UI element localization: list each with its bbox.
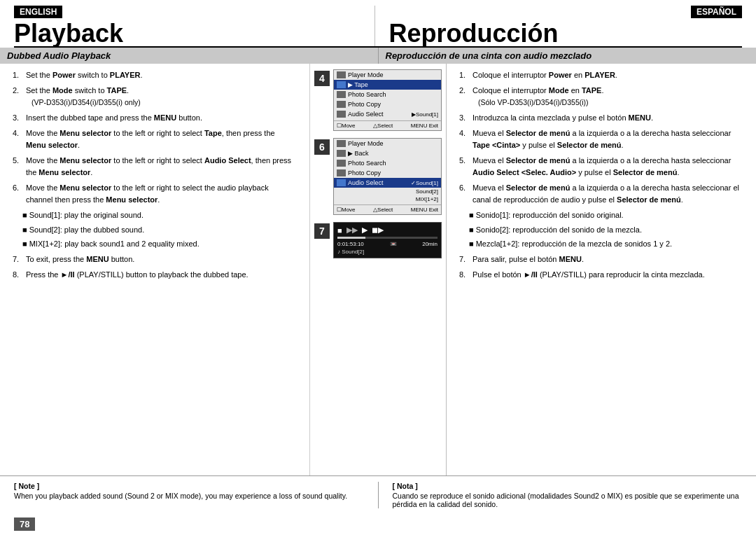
step-es-7-text: Para salir, pulse el botón MENU. bbox=[472, 253, 584, 265]
steps-english: 1. Set the Power switch to PLAYER. 2. Se… bbox=[13, 69, 297, 470]
espanol-badge: ESPAÑOL bbox=[691, 6, 742, 18]
diagram-4: 4 Player Mode ▶ Tape Photo Search bbox=[314, 69, 442, 131]
menu6-row-7: MIX[1+2] bbox=[334, 195, 441, 203]
step-en-7-text: To exit, press the MENU button. bbox=[26, 253, 134, 265]
cam-icon-4-1 bbox=[337, 71, 346, 78]
step-en-8: 8. Press the ►/II (PLAY/STILL) button to… bbox=[13, 269, 297, 281]
page-number: 78 bbox=[14, 517, 35, 531]
menu6-row-1: Player Mode bbox=[334, 139, 441, 148]
cam-icon-4-3 bbox=[337, 91, 346, 98]
footer: 78 bbox=[0, 514, 756, 535]
cam-icon-6-3 bbox=[337, 160, 346, 167]
left-column: 1. Set the Power switch to PLAYER. 2. Se… bbox=[0, 64, 310, 475]
cam-icon-6-2 bbox=[337, 150, 346, 157]
note-left-text: When you playback added sound (Sound 2 o… bbox=[14, 492, 364, 500]
header-right: ESPAÑOL Reproducción bbox=[375, 6, 743, 46]
pb-time: 0:01:53:10 bbox=[337, 241, 364, 247]
step-es-4-text: Mueva el Selector de menú a la izquierda… bbox=[472, 127, 743, 151]
badge-4: 4 bbox=[314, 71, 330, 86]
note-right: [ Nota ] Cuando se reproduce el sonido a… bbox=[379, 482, 743, 508]
playback-display: ■ ▶▶ ▶ ◼▶ 0:01:53:10 📼 20min ♪ Sound[2] bbox=[333, 222, 442, 258]
step-es-4: 4. Mueva el Selector de menú a la izquie… bbox=[459, 127, 743, 151]
note-left: [ Note ] When you playback added sound (… bbox=[14, 482, 379, 508]
step-en-7-num: 7. bbox=[13, 253, 24, 265]
step-es-7-num: 7. bbox=[459, 253, 470, 265]
step-en-6: 6. Move the Menu selector to the left or… bbox=[13, 182, 297, 206]
menu4-row-5: Audio Select ▶Sound[1] bbox=[334, 109, 441, 119]
step-es-3-num: 3. bbox=[459, 112, 470, 124]
pb-controls-row: ■ ▶▶ ▶ ◼▶ bbox=[337, 225, 438, 235]
menu4-row-2: ▶ Tape bbox=[334, 80, 441, 90]
badge-6: 6 bbox=[314, 139, 330, 155]
step-es-2-text: Coloque el interruptor Mode en TAPE. (Só… bbox=[472, 85, 604, 109]
step-es-2: 2. Coloque el interruptor Mode en TAPE. … bbox=[459, 85, 743, 109]
step-en-4: 4. Move the Menu selector to the left or… bbox=[13, 127, 297, 151]
section-title-left: Dubbed Audio Playback bbox=[0, 48, 378, 64]
content-area: 1. Set the Power switch to PLAYER. 2. Se… bbox=[0, 64, 756, 475]
cam-icon-6-1 bbox=[337, 140, 346, 147]
step-en-5-text: Move the Menu selector to the left or ri… bbox=[26, 155, 297, 179]
step-en-5: 5. Move the Menu selector to the left or… bbox=[13, 155, 297, 179]
note-section: [ Note ] When you playback added sound (… bbox=[0, 475, 756, 514]
pb-time-row: 0:01:53:10 📼 20min bbox=[337, 241, 438, 247]
right-column: 1. Coloque el interruptor Power en PLAYE… bbox=[447, 64, 756, 475]
step-en-2-num: 2. bbox=[13, 85, 24, 109]
page: ENGLISH Playback ESPAÑOL Reproducción Du… bbox=[0, 0, 756, 535]
pb-tape: 20min bbox=[422, 241, 438, 247]
section-bar-left: Dubbed Audio Playback bbox=[0, 48, 379, 64]
step-en-2-text: Set the Mode switch to TAPE. (VP-D353(i)… bbox=[26, 85, 141, 109]
step-en-8-num: 8. bbox=[13, 269, 24, 281]
menu6-bottom: ☐Move △Select MENU Exit bbox=[334, 204, 441, 214]
step-es-3-text: Introduzca la cinta mezclada y pulse el … bbox=[472, 112, 653, 124]
step-en-2: 2. Set the Mode switch to TAPE. (VP-D353… bbox=[13, 85, 297, 109]
step-en-6-num: 6. bbox=[13, 182, 24, 206]
step-en-1-num: 1. bbox=[13, 69, 24, 81]
menu6-row-5: Audio Select ✓Sound[1] bbox=[334, 178, 441, 188]
page-header: ENGLISH Playback ESPAÑOL Reproducción bbox=[0, 0, 756, 46]
cam-icon-4-2 bbox=[337, 81, 346, 88]
diagrams-column: 4 Player Mode ▶ Tape Photo Search bbox=[310, 64, 447, 475]
step-es-8-num: 8. bbox=[459, 269, 470, 281]
step-es-6-text: Mueva el Selector de menú a la izquierda… bbox=[472, 182, 743, 206]
header-left: ENGLISH Playback bbox=[14, 6, 375, 46]
bullet-en-mix: ■ MIX[1+2]: play back sound1 and 2 equal… bbox=[22, 238, 297, 250]
step-es-2-num: 2. bbox=[459, 85, 470, 109]
step-en-1-text: Set the Power switch to PLAYER. bbox=[26, 69, 143, 81]
badge-7: 7 bbox=[314, 223, 330, 239]
step-es-1: 1. Coloque el interruptor Power en PLAYE… bbox=[459, 69, 743, 81]
step-es-6-num: 6. bbox=[459, 182, 470, 206]
bullet-en-sound2: ■ Sound[2]: play the dubbed sound. bbox=[22, 224, 297, 236]
step-en-7: 7. To exit, press the MENU button. bbox=[13, 253, 297, 265]
bullet-es-mezcla: ■ Mezcla[1+2]: reproducción de la mezcla… bbox=[469, 238, 743, 250]
step-es-1-num: 1. bbox=[459, 69, 470, 81]
note-right-title: [ Nota ] bbox=[393, 482, 743, 490]
pb-progress-fill bbox=[337, 237, 365, 239]
bullet-en-sound1: ■ Sound[1]: play the original sound. bbox=[22, 209, 297, 221]
step-en-3-num: 3. bbox=[13, 112, 24, 124]
cam-icon-4-5 bbox=[337, 111, 346, 118]
step-en-4-num: 4. bbox=[13, 127, 24, 151]
menu4-row-1: Player Mode bbox=[334, 70, 441, 80]
title-right: Reproducción bbox=[389, 21, 743, 46]
step-en-3-text: Insert the dubbed tape and press the MEN… bbox=[26, 112, 202, 124]
menu6-row-3: Photo Search bbox=[334, 158, 441, 168]
cam-icon-6-5 bbox=[337, 179, 346, 186]
menu-4: Player Mode ▶ Tape Photo Search Photo Co… bbox=[333, 69, 442, 131]
english-badge: ENGLISH bbox=[14, 6, 62, 18]
step-es-4-num: 4. bbox=[459, 127, 470, 151]
pb-sound: ♪ Sound[2] bbox=[337, 249, 438, 255]
step-es-5-num: 5. bbox=[459, 155, 470, 179]
cam-icon-6-4 bbox=[337, 169, 346, 176]
step-en-5-num: 5. bbox=[13, 155, 24, 179]
bullet-es-sonido1: ■ Sonido[1]: reproducción del sonido ori… bbox=[469, 209, 743, 221]
cam-icon-4-4 bbox=[337, 101, 346, 108]
step-es-8: 8. Pulse el botón ►/II (PLAY/STILL) para… bbox=[459, 269, 743, 281]
menu6-row-2: ▶ Back bbox=[334, 148, 441, 158]
step-es-5: 5. Mueva el Selector de menú a la izquie… bbox=[459, 155, 743, 179]
note-right-text: Cuando se reproduce el sonido adicional … bbox=[393, 492, 743, 508]
menu6-row-4: Photo Copy bbox=[334, 168, 441, 178]
step-en-6-text: Move the Menu selector to the left or ri… bbox=[26, 182, 297, 206]
step-es-1-text: Coloque el interruptor Power en PLAYER. bbox=[472, 69, 617, 81]
menu4-row-4: Photo Copy bbox=[334, 99, 441, 109]
step-es-5-text: Mueva el Selector de menú a la izquierda… bbox=[472, 155, 743, 179]
